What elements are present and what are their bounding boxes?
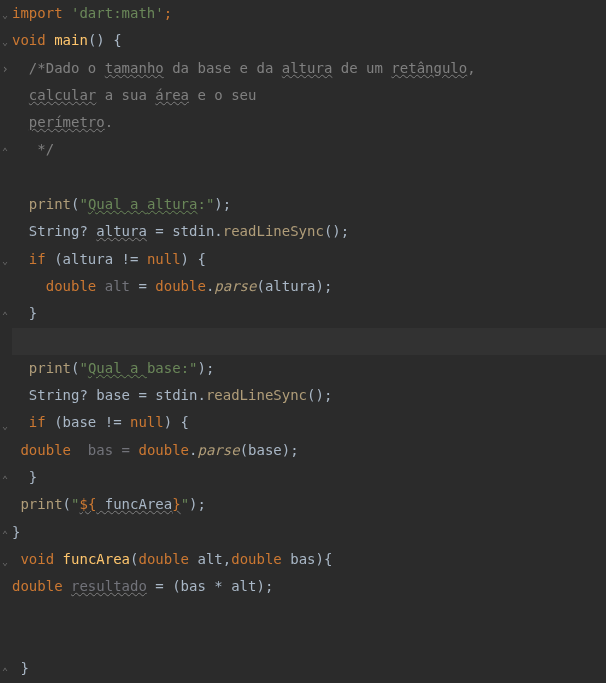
function-call-print: print [29, 196, 71, 212]
string-close: " [181, 496, 189, 512]
code-line[interactable] [12, 164, 606, 191]
code-text: base = stdin. [88, 387, 206, 403]
comment: calcular a sua área e o seu [29, 87, 257, 103]
function-funcarea: funcArea [96, 496, 172, 512]
code-line[interactable]: print("Qual a base:"); [12, 355, 606, 382]
paren-open: ( [63, 496, 71, 512]
comment-close: */ [37, 141, 54, 157]
condition: (altura != [46, 251, 147, 267]
method-parse: parse [214, 278, 256, 294]
code-line[interactable]: void main() { [12, 27, 606, 54]
expression: = (bas * alt); [147, 578, 273, 594]
type-double: double [138, 442, 189, 458]
string-literal: "Qual a base:" [79, 360, 197, 376]
parens: () { [88, 32, 122, 48]
param-alt: alt, [189, 551, 231, 567]
paren-close: ); [189, 496, 206, 512]
code-line[interactable]: } [12, 300, 606, 327]
fold-icon[interactable]: ⌃ [0, 658, 10, 683]
comment: perímetro. [29, 114, 113, 130]
type-double: double [231, 551, 282, 567]
interp-open: ${ [79, 496, 96, 512]
code-line[interactable]: perímetro. [12, 109, 606, 136]
code-line[interactable]: double alt = double.parse(altura); [12, 273, 606, 300]
args: (altura); [256, 278, 332, 294]
code-line[interactable]: print("${ funcArea}"); [12, 491, 606, 518]
code-line[interactable]: } [12, 655, 606, 682]
type-string: String? [29, 387, 88, 403]
code-line[interactable] [12, 628, 606, 655]
code-line[interactable]: */ [12, 136, 606, 163]
code-line[interactable]: double resultado = (bas * alt); [12, 573, 606, 600]
fold-icon[interactable]: ⌃ [0, 521, 10, 548]
brace-close: } [29, 469, 37, 485]
type-double: double [155, 278, 206, 294]
code-line[interactable]: import 'dart:math'; [12, 0, 606, 27]
method-parse: parse [197, 442, 239, 458]
keyword-void: void [12, 32, 46, 48]
keyword-if: if [29, 251, 46, 267]
code-text: = stdin. [147, 223, 223, 239]
keyword-null: null [147, 251, 181, 267]
fold-icon[interactable]: ⌃ [0, 138, 10, 165]
code-line[interactable]: String? base = stdin.readLineSync(); [12, 382, 606, 409]
variable-resultado: resultado [71, 578, 147, 594]
code-line-current[interactable] [12, 328, 606, 355]
code-text: = [130, 278, 155, 294]
fold-icon[interactable]: ⌄ [0, 247, 10, 274]
type-double: double [138, 551, 189, 567]
semicolon: ; [164, 5, 172, 21]
function-call-print: print [20, 496, 62, 512]
method-readline: readLineSync [206, 387, 307, 403]
code-area[interactable]: import 'dart:math'; void main() { /*Dado… [0, 0, 606, 682]
code-editor[interactable]: ⌄ ⌄ › ⌃ ⌄ ⌃ ⌄ ⌃ ⌃ ⌄ ⌃ import 'dart:math'… [0, 0, 606, 682]
condition-close: ) { [164, 414, 189, 430]
code-line[interactable]: } [12, 519, 606, 546]
code-line[interactable]: /*Dado o tamanho da base e da altura de … [12, 55, 606, 82]
fold-icon[interactable]: ⌄ [0, 1, 10, 28]
fold-icon[interactable]: ⌄ [0, 548, 10, 575]
fold-icon[interactable]: ⌃ [0, 302, 10, 329]
keyword-import: import [12, 5, 63, 21]
method-readline: readLineSync [223, 223, 324, 239]
condition: (base != [46, 414, 130, 430]
string-literal: 'dart:math' [71, 5, 164, 21]
string-literal: "Qual a altura:" [79, 196, 214, 212]
condition-close: ) { [181, 251, 206, 267]
type-double: double [20, 442, 71, 458]
param-bas: bas){ [282, 551, 333, 567]
function-main: main [54, 32, 88, 48]
type-string: String? [29, 223, 88, 239]
gutter: ⌄ ⌄ › ⌃ ⌄ ⌃ ⌄ ⌃ ⌃ ⌄ ⌃ [0, 0, 12, 682]
function-funcarea: funcArea [63, 551, 130, 567]
code-line[interactable]: String? altura = stdin.readLineSync(); [12, 218, 606, 245]
keyword-if: if [29, 414, 46, 430]
code-line[interactable] [12, 601, 606, 628]
variable-altura: altura [96, 223, 147, 239]
code-line[interactable]: if (altura != null) { [12, 246, 606, 273]
code-line[interactable]: if (base != null) { [12, 409, 606, 436]
code-line[interactable]: print("Qual a altura:"); [12, 191, 606, 218]
interp-close: } [172, 496, 180, 512]
variable-alt: alt [96, 278, 130, 294]
function-call-print: print [29, 360, 71, 376]
type-double: double [46, 278, 97, 294]
fold-icon[interactable]: › [0, 56, 10, 83]
code-text: (); [324, 223, 349, 239]
brace-close: } [20, 660, 28, 676]
code-line[interactable]: } [12, 464, 606, 491]
code-line[interactable]: calcular a sua área e o seu [12, 82, 606, 109]
variable-bas: bas = [71, 442, 138, 458]
code-line[interactable]: double bas = double.parse(base); [12, 437, 606, 464]
type-double: double [12, 578, 63, 594]
args: (base); [240, 442, 299, 458]
paren-close: ); [198, 360, 215, 376]
fold-icon[interactable]: ⌃ [0, 466, 10, 493]
keyword-void: void [20, 551, 54, 567]
code-line[interactable]: void funcArea(double alt,double bas){ [12, 546, 606, 573]
brace-close: } [29, 305, 37, 321]
brace-close: } [12, 524, 20, 540]
fold-icon[interactable]: ⌄ [0, 28, 10, 55]
fold-icon[interactable]: ⌄ [0, 412, 10, 439]
keyword-null: null [130, 414, 164, 430]
